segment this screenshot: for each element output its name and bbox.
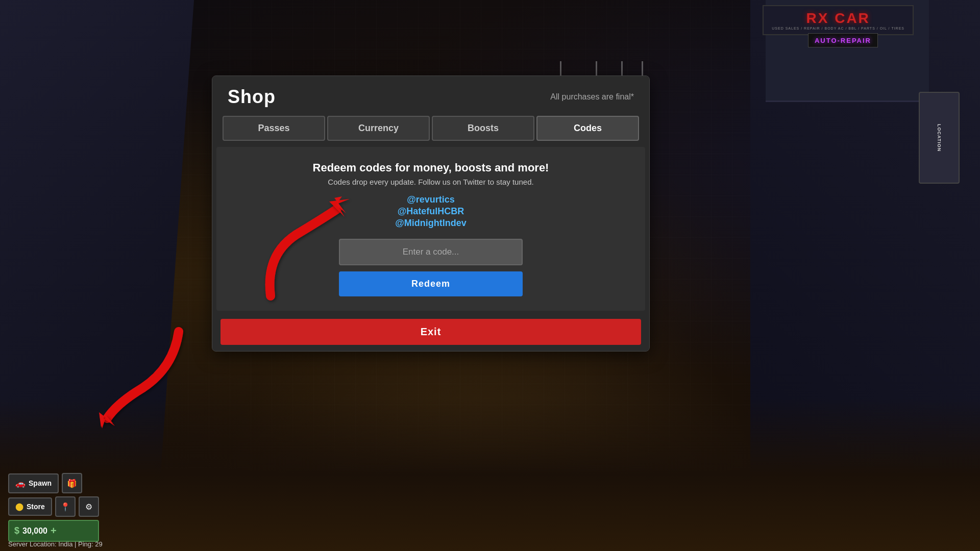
hud-row-2: ⬤ Store 📍 ⚙ bbox=[8, 496, 99, 517]
code-input[interactable] bbox=[339, 239, 523, 265]
red-arrow-store bbox=[92, 316, 194, 429]
gear-icon: ⚙ bbox=[85, 502, 92, 512]
location-sign: LOCATION bbox=[919, 92, 960, 184]
server-info: Server Location: India | Ping: 29 bbox=[8, 540, 103, 548]
shop-header: Shop All purchases are final* bbox=[212, 76, 649, 116]
money-amount: 30,000 bbox=[22, 527, 47, 536]
money-bar: $ 30,000 + bbox=[8, 520, 99, 542]
auto-repair-text: AUTO-REPAIR bbox=[815, 37, 871, 44]
store-label: Store bbox=[27, 503, 45, 511]
shop-title: Shop bbox=[228, 86, 276, 108]
settings-button[interactable]: ⚙ bbox=[79, 496, 99, 517]
money-add-button[interactable]: + bbox=[51, 525, 57, 537]
tab-currency[interactable]: Currency bbox=[327, 116, 430, 141]
coin-icon: ⬤ bbox=[15, 503, 23, 511]
exit-button-wrap: Exit bbox=[212, 315, 649, 351]
spawn-label: Spawn bbox=[29, 479, 52, 487]
location-icon: 📍 bbox=[60, 502, 70, 512]
store-button[interactable]: ⬤ Store bbox=[8, 497, 52, 516]
rx-car-sign-sub: USED SALES / REPAIR / BODY AC / BBL / PA… bbox=[772, 27, 904, 30]
hud-row-1: 🚗 Spawn 🎁 bbox=[8, 473, 99, 493]
gift-icon: 🎁 bbox=[67, 479, 77, 488]
redeem-title: Redeem codes for money, boosts and more! bbox=[232, 161, 630, 174]
rx-car-sign-main: RX CAR bbox=[772, 10, 904, 27]
gift-button[interactable]: 🎁 bbox=[62, 473, 82, 493]
tab-boosts[interactable]: Boosts bbox=[432, 116, 534, 141]
money-symbol: $ bbox=[14, 525, 19, 536]
red-arrow-code bbox=[255, 194, 357, 306]
tab-codes[interactable]: Codes bbox=[536, 116, 639, 141]
auto-repair-sign: AUTO-REPAIR bbox=[808, 33, 878, 47]
tab-passes[interactable]: Passes bbox=[223, 116, 325, 141]
shop-subtitle: All purchases are final* bbox=[550, 92, 634, 102]
location-button[interactable]: 📍 bbox=[55, 496, 76, 517]
exit-button[interactable]: Exit bbox=[220, 319, 641, 345]
redeem-subtitle: Codes drop every update. Follow us on Tw… bbox=[232, 178, 630, 186]
spawn-icon: 🚗 bbox=[15, 479, 26, 488]
spawn-button[interactable]: 🚗 Spawn bbox=[8, 473, 59, 493]
redeem-button[interactable]: Redeem bbox=[339, 271, 523, 296]
location-sign-label: LOCATION bbox=[937, 124, 942, 152]
tab-bar: Passes Currency Boosts Codes bbox=[212, 116, 649, 147]
hud-bottom: 🚗 Spawn 🎁 ⬤ Store 📍 ⚙ $ 30,000 + bbox=[8, 473, 99, 542]
rx-car-sign: RX CAR USED SALES / REPAIR / BODY AC / B… bbox=[763, 5, 914, 35]
